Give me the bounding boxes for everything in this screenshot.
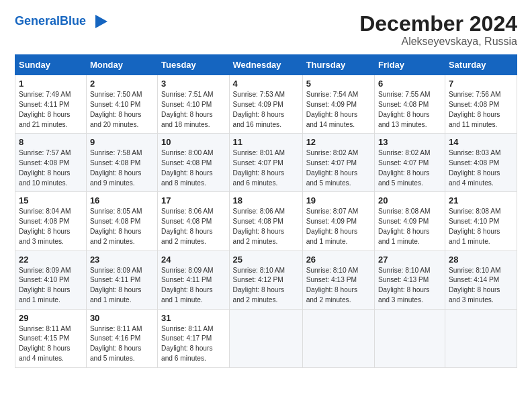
day-number: 29 (19, 313, 83, 323)
day-number: 23 (90, 255, 154, 265)
table-row: 7Sunrise: 7:56 AMSunset: 4:08 PMDaylight… (445, 75, 517, 134)
day-info: Sunrise: 8:11 AMSunset: 4:17 PMDaylight:… (161, 324, 226, 364)
table-row: 31Sunrise: 8:11 AMSunset: 4:17 PMDayligh… (158, 309, 230, 367)
day-info: Sunrise: 8:10 AMSunset: 4:12 PMDaylight:… (233, 266, 299, 306)
day-number: 22 (19, 255, 83, 265)
day-number: 16 (90, 195, 154, 205)
calendar-week-1: 1Sunrise: 7:49 AMSunset: 4:11 PMDaylight… (15, 75, 517, 134)
calendar-week-5: 29Sunrise: 8:11 AMSunset: 4:15 PMDayligh… (15, 309, 517, 367)
table-row (445, 309, 517, 367)
table-row: 27Sunrise: 8:10 AMSunset: 4:13 PMDayligh… (375, 250, 445, 309)
table-row (302, 309, 374, 367)
table-row (375, 309, 445, 367)
table-row: 23Sunrise: 8:09 AMSunset: 4:11 PMDayligh… (86, 250, 157, 309)
table-row: 6Sunrise: 7:55 AMSunset: 4:08 PMDaylight… (375, 75, 445, 134)
day-info: Sunrise: 8:06 AMSunset: 4:08 PMDaylight:… (233, 207, 299, 246)
day-number: 18 (233, 195, 299, 205)
day-info: Sunrise: 8:09 AMSunset: 4:10 PMDaylight:… (19, 266, 83, 306)
table-row: 19Sunrise: 8:07 AMSunset: 4:09 PMDayligh… (302, 192, 374, 250)
title-block: December 2024 Alekseyevskaya, Russia (359, 12, 517, 48)
calendar-week-3: 15Sunrise: 8:04 AMSunset: 4:08 PMDayligh… (15, 192, 517, 250)
table-row: 25Sunrise: 8:10 AMSunset: 4:12 PMDayligh… (229, 250, 302, 309)
table-row: 13Sunrise: 8:02 AMSunset: 4:07 PMDayligh… (375, 134, 445, 192)
day-info: Sunrise: 7:54 AMSunset: 4:09 PMDaylight:… (306, 90, 371, 130)
day-number: 9 (90, 137, 154, 147)
day-info: Sunrise: 7:53 AMSunset: 4:09 PMDaylight:… (233, 90, 299, 130)
table-row: 24Sunrise: 8:09 AMSunset: 4:11 PMDayligh… (158, 250, 230, 309)
svg-marker-0 (95, 15, 107, 28)
table-row: 11Sunrise: 8:01 AMSunset: 4:07 PMDayligh… (229, 134, 302, 192)
day-info: Sunrise: 8:02 AMSunset: 4:07 PMDaylight:… (306, 148, 371, 188)
table-row: 2Sunrise: 7:50 AMSunset: 4:10 PMDaylight… (86, 75, 157, 134)
page-subtitle: Alekseyevskaya, Russia (359, 36, 517, 48)
day-number: 13 (378, 137, 441, 147)
day-info: Sunrise: 8:07 AMSunset: 4:09 PMDaylight:… (306, 207, 371, 246)
day-info: Sunrise: 7:50 AMSunset: 4:10 PMDaylight:… (90, 90, 154, 130)
day-info: Sunrise: 8:06 AMSunset: 4:08 PMDaylight:… (161, 207, 226, 246)
day-info: Sunrise: 8:00 AMSunset: 4:08 PMDaylight:… (161, 148, 226, 188)
table-row: 26Sunrise: 8:10 AMSunset: 4:13 PMDayligh… (302, 250, 374, 309)
day-number: 26 (306, 255, 371, 265)
day-number: 10 (161, 137, 226, 147)
table-row: 28Sunrise: 8:10 AMSunset: 4:14 PMDayligh… (445, 250, 517, 309)
day-info: Sunrise: 8:02 AMSunset: 4:07 PMDaylight:… (378, 148, 441, 188)
day-info: Sunrise: 8:08 AMSunset: 4:10 PMDaylight:… (449, 207, 513, 246)
header-row: Sunday Monday Tuesday Wednesday Thursday… (15, 55, 517, 75)
table-row: 5Sunrise: 7:54 AMSunset: 4:09 PMDaylight… (302, 75, 374, 134)
table-row: 30Sunrise: 8:11 AMSunset: 4:16 PMDayligh… (86, 309, 157, 367)
table-row: 22Sunrise: 8:09 AMSunset: 4:10 PMDayligh… (15, 250, 87, 309)
day-info: Sunrise: 8:10 AMSunset: 4:13 PMDaylight:… (306, 266, 371, 306)
day-number: 3 (161, 79, 226, 89)
logo-icon (89, 12, 107, 31)
table-row: 21Sunrise: 8:08 AMSunset: 4:10 PMDayligh… (445, 192, 517, 250)
day-info: Sunrise: 8:11 AMSunset: 4:15 PMDaylight:… (19, 324, 83, 364)
day-info: Sunrise: 7:55 AMSunset: 4:08 PMDaylight:… (378, 90, 441, 130)
day-info: Sunrise: 8:03 AMSunset: 4:08 PMDaylight:… (449, 148, 513, 188)
day-info: Sunrise: 7:49 AMSunset: 4:11 PMDaylight:… (19, 90, 83, 130)
day-info: Sunrise: 8:09 AMSunset: 4:11 PMDaylight:… (90, 266, 154, 306)
day-number: 21 (449, 195, 513, 205)
logo-text: GeneralBlue (15, 15, 86, 28)
col-sunday: Sunday (15, 55, 87, 75)
day-number: 27 (378, 255, 441, 265)
table-row: 12Sunrise: 8:02 AMSunset: 4:07 PMDayligh… (302, 134, 374, 192)
day-number: 17 (161, 195, 226, 205)
table-row: 29Sunrise: 8:11 AMSunset: 4:15 PMDayligh… (15, 309, 87, 367)
day-number: 2 (90, 79, 154, 89)
table-row: 10Sunrise: 8:00 AMSunset: 4:08 PMDayligh… (158, 134, 230, 192)
day-info: Sunrise: 7:58 AMSunset: 4:08 PMDaylight:… (90, 148, 154, 188)
table-row: 17Sunrise: 8:06 AMSunset: 4:08 PMDayligh… (158, 192, 230, 250)
day-number: 12 (306, 137, 371, 147)
day-info: Sunrise: 8:01 AMSunset: 4:07 PMDaylight:… (233, 148, 299, 188)
calendar-week-2: 8Sunrise: 7:57 AMSunset: 4:08 PMDaylight… (15, 134, 517, 192)
day-number: 20 (378, 195, 441, 205)
table-row: 14Sunrise: 8:03 AMSunset: 4:08 PMDayligh… (445, 134, 517, 192)
header: GeneralBlue December 2024 Alekseyevskaya… (15, 12, 517, 48)
day-number: 4 (233, 79, 299, 89)
logo: GeneralBlue (15, 12, 107, 31)
day-info: Sunrise: 7:51 AMSunset: 4:10 PMDaylight:… (161, 90, 226, 130)
day-info: Sunrise: 8:08 AMSunset: 4:09 PMDaylight:… (378, 207, 441, 246)
col-saturday: Saturday (445, 55, 517, 75)
col-thursday: Thursday (302, 55, 374, 75)
table-row (229, 309, 302, 367)
calendar-week-4: 22Sunrise: 8:09 AMSunset: 4:10 PMDayligh… (15, 250, 517, 309)
day-number: 19 (306, 195, 371, 205)
table-row: 9Sunrise: 7:58 AMSunset: 4:08 PMDaylight… (86, 134, 157, 192)
col-wednesday: Wednesday (229, 55, 302, 75)
table-row: 4Sunrise: 7:53 AMSunset: 4:09 PMDaylight… (229, 75, 302, 134)
day-number: 31 (161, 313, 226, 323)
day-number: 7 (449, 79, 513, 89)
table-row: 16Sunrise: 8:05 AMSunset: 4:08 PMDayligh… (86, 192, 157, 250)
day-number: 5 (306, 79, 371, 89)
day-number: 1 (19, 79, 83, 89)
day-number: 6 (378, 79, 441, 89)
day-info: Sunrise: 7:57 AMSunset: 4:08 PMDaylight:… (19, 148, 83, 188)
day-number: 24 (161, 255, 226, 265)
table-row: 3Sunrise: 7:51 AMSunset: 4:10 PMDaylight… (158, 75, 230, 134)
col-friday: Friday (375, 55, 445, 75)
day-number: 8 (19, 137, 83, 147)
table-row: 18Sunrise: 8:06 AMSunset: 4:08 PMDayligh… (229, 192, 302, 250)
calendar-body: 1Sunrise: 7:49 AMSunset: 4:11 PMDaylight… (15, 75, 517, 368)
calendar-header: Sunday Monday Tuesday Wednesday Thursday… (15, 55, 517, 75)
